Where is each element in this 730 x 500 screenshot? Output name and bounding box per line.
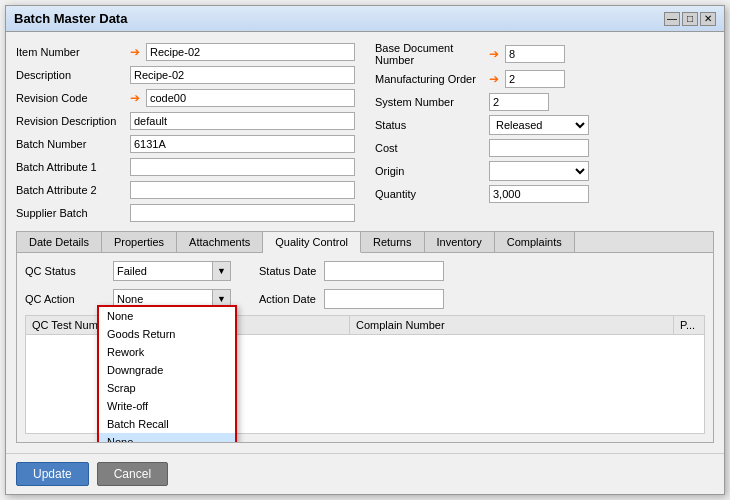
dropdown-item-write-off[interactable]: Write-off: [99, 397, 235, 415]
revision-desc-input[interactable]: [130, 112, 355, 130]
footer: Update Cancel: [6, 453, 724, 494]
form-section: Item Number ➔ Description Revision Code …: [16, 42, 714, 223]
tabs-container: Date Details Properties Attachments Qual…: [16, 231, 714, 443]
item-number-label: Item Number: [16, 46, 126, 58]
qc-status-dropdown: ▼: [113, 261, 231, 281]
system-number-input[interactable]: [489, 93, 549, 111]
field-batch-attr1: Batch Attribute 1: [16, 157, 355, 177]
qc-status-input[interactable]: [113, 261, 213, 281]
form-right: Base Document Number ➔ Manufacturing Ord…: [375, 42, 714, 223]
tab-attachments[interactable]: Attachments: [177, 232, 263, 252]
batch-attr2-label: Batch Attribute 2: [16, 184, 126, 196]
dropdown-item-none1[interactable]: None: [99, 307, 235, 325]
minimize-button[interactable]: —: [664, 12, 680, 26]
revision-code-label: Revision Code: [16, 92, 126, 104]
mfg-order-arrow: ➔: [489, 72, 499, 86]
update-button[interactable]: Update: [16, 462, 89, 486]
cost-label: Cost: [375, 142, 485, 154]
window-title: Batch Master Data: [14, 11, 127, 26]
th-complain-number: Complain Number: [350, 316, 674, 334]
form-left: Item Number ➔ Description Revision Code …: [16, 42, 355, 223]
mfg-order-label: Manufacturing Order: [375, 73, 485, 85]
mfg-order-input[interactable]: [505, 70, 565, 88]
description-label: Description: [16, 69, 126, 81]
quantity-input[interactable]: [489, 185, 589, 203]
tab-properties[interactable]: Properties: [102, 232, 177, 252]
title-bar: Batch Master Data — □ ✕: [6, 6, 724, 32]
system-number-label: System Number: [375, 96, 485, 108]
status-select[interactable]: Released: [489, 115, 589, 135]
field-mfg-order: Manufacturing Order ➔: [375, 69, 714, 89]
field-revision-desc: Revision Description: [16, 111, 355, 131]
batch-number-label: Batch Number: [16, 138, 126, 150]
batch-number-input[interactable]: [130, 135, 355, 153]
qc-status-arrow-btn[interactable]: ▼: [213, 261, 231, 281]
field-base-doc: Base Document Number ➔: [375, 42, 714, 66]
field-origin: Origin: [375, 161, 714, 181]
tab-content-quality-control: QC Status ▼ Status Date QC Action ▼ A: [17, 253, 713, 442]
qc-status-row: QC Status ▼ Status Date: [25, 261, 705, 281]
window-controls: — □ ✕: [664, 12, 716, 26]
field-batch-number: Batch Number: [16, 134, 355, 154]
field-quantity: Quantity: [375, 184, 714, 204]
field-revision-code: Revision Code ➔: [16, 88, 355, 108]
supplier-batch-input[interactable]: [130, 204, 355, 222]
dropdown-item-scrap[interactable]: Scrap: [99, 379, 235, 397]
revision-desc-label: Revision Description: [16, 115, 126, 127]
item-number-input[interactable]: [146, 43, 355, 61]
description-input[interactable]: [130, 66, 355, 84]
revision-code-input[interactable]: [146, 89, 355, 107]
batch-master-data-window: Batch Master Data — □ ✕ Item Number ➔ De…: [5, 5, 725, 495]
dropdown-item-batch-recall[interactable]: Batch Recall: [99, 415, 235, 433]
qc-status-label: QC Status: [25, 265, 105, 277]
status-date-label: Status Date: [259, 265, 316, 277]
tab-inventory[interactable]: Inventory: [425, 232, 495, 252]
batch-attr2-input[interactable]: [130, 181, 355, 199]
base-doc-input[interactable]: [505, 45, 565, 63]
field-status: Status Released: [375, 115, 714, 135]
action-date-input[interactable]: [324, 289, 444, 309]
dropdown-item-goods-return[interactable]: Goods Return: [99, 325, 235, 343]
dropdown-item-none2[interactable]: None: [99, 433, 235, 442]
quantity-label: Quantity: [375, 188, 485, 200]
qc-action-dropdown-list[interactable]: None Goods Return Rework Downgrade Scrap…: [97, 305, 237, 442]
dropdown-item-rework[interactable]: Rework: [99, 343, 235, 361]
base-doc-arrow: ➔: [489, 47, 499, 61]
field-item-number: Item Number ➔: [16, 42, 355, 62]
close-button[interactable]: ✕: [700, 12, 716, 26]
origin-select[interactable]: [489, 161, 589, 181]
qc-action-label: QC Action: [25, 293, 105, 305]
tabs-header: Date Details Properties Attachments Qual…: [17, 232, 713, 253]
field-supplier-batch: Supplier Batch: [16, 203, 355, 223]
tab-complaints[interactable]: Complaints: [495, 232, 575, 252]
origin-label: Origin: [375, 165, 485, 177]
tab-returns[interactable]: Returns: [361, 232, 425, 252]
maximize-button[interactable]: □: [682, 12, 698, 26]
action-date-label: Action Date: [259, 293, 316, 305]
status-label: Status: [375, 119, 485, 131]
item-number-arrow: ➔: [130, 45, 140, 59]
field-description: Description: [16, 65, 355, 85]
field-cost: Cost: [375, 138, 714, 158]
base-doc-label: Base Document Number: [375, 42, 485, 66]
cost-input[interactable]: [489, 139, 589, 157]
batch-attr1-input[interactable]: [130, 158, 355, 176]
dropdown-item-downgrade[interactable]: Downgrade: [99, 361, 235, 379]
revision-code-arrow: ➔: [130, 91, 140, 105]
batch-attr1-label: Batch Attribute 1: [16, 161, 126, 173]
th-p: P...: [674, 316, 704, 334]
main-content: Item Number ➔ Description Revision Code …: [6, 32, 724, 453]
field-system-number: System Number: [375, 92, 714, 112]
supplier-batch-label: Supplier Batch: [16, 207, 126, 219]
field-batch-attr2: Batch Attribute 2: [16, 180, 355, 200]
status-date-input[interactable]: [324, 261, 444, 281]
tab-quality-control[interactable]: Quality Control: [263, 232, 361, 253]
cancel-button[interactable]: Cancel: [97, 462, 168, 486]
tab-date-details[interactable]: Date Details: [17, 232, 102, 252]
